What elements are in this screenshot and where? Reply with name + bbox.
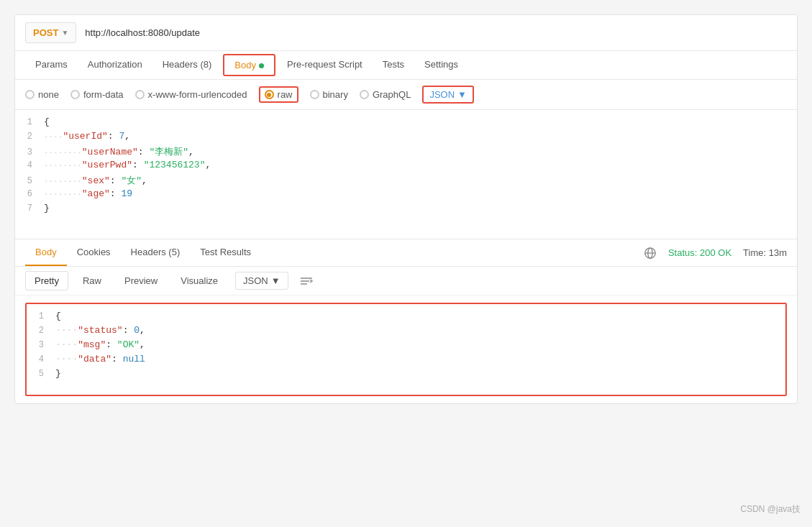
code-line-2: 2 ····"userId": 7,	[15, 130, 797, 145]
radio-circle-urlencoded	[135, 90, 145, 99]
code-line-7: 7 }	[15, 202, 797, 216]
format-tab-visualize[interactable]: Visualize	[172, 272, 227, 290]
resp-code-line-5: 5 }	[27, 367, 785, 382]
radio-circle-raw	[265, 90, 274, 99]
resp-code-line-2: 2 ····"status": 0,	[27, 324, 785, 339]
tab-tests[interactable]: Tests	[373, 52, 414, 78]
tab-settings[interactable]: Settings	[414, 52, 468, 78]
url-input[interactable]	[82, 23, 787, 42]
request-code-area[interactable]: 1 { 2 ····"userId": 7, 3 ········"userNa…	[15, 110, 797, 239]
globe-icon	[644, 247, 657, 260]
response-format-json-dropdown[interactable]: JSON ▼	[235, 272, 288, 290]
tab-authorization[interactable]: Authorization	[78, 52, 152, 78]
resp-code-line-1: 1 {	[27, 310, 785, 324]
code-line-6: 6 ········"age": 19	[15, 188, 797, 202]
tab-pre-request[interactable]: Pre-request Script	[277, 52, 373, 78]
response-tab-body[interactable]: Body	[25, 239, 67, 266]
request-tabs-row: Params Authorization Headers (8) Body Pr…	[15, 51, 797, 80]
method-selector[interactable]: POST ▼	[25, 22, 76, 43]
response-tabs-row: Body Cookies Headers (5) Test Results St…	[15, 239, 797, 267]
response-code-area: 1 { 2 ····"status": 0, 3 ····"msg": "OK"…	[25, 303, 787, 396]
format-tab-raw[interactable]: Raw	[74, 272, 110, 290]
radio-graphql[interactable]: GraphQL	[360, 89, 411, 100]
resp-code-line-3: 3 ····"msg": "OK",	[27, 339, 785, 353]
tab-params[interactable]: Params	[25, 52, 78, 78]
status-label: Status: 200 OK	[668, 247, 731, 258]
radio-urlencoded[interactable]: x-www-form-urlencoded	[135, 89, 247, 100]
code-line-3: 3 ········"userName": "李梅新",	[15, 145, 797, 159]
method-label: POST	[33, 27, 58, 38]
response-json-chevron-icon: ▼	[271, 275, 280, 286]
response-tab-headers[interactable]: Headers (5)	[121, 239, 191, 266]
radio-form-data[interactable]: form-data	[70, 89, 124, 100]
main-container: POST ▼ Params Authorization Headers (8) …	[14, 14, 798, 404]
code-line-4: 4 ········"userPwd": "123456123",	[15, 159, 797, 173]
method-chevron-icon: ▼	[61, 29, 68, 37]
tab-body[interactable]: Body	[223, 54, 275, 76]
code-line-1: 1 {	[15, 116, 797, 130]
radio-binary[interactable]: binary	[310, 89, 348, 100]
url-bar: POST ▼	[15, 15, 797, 51]
response-format-row: Pretty Raw Preview Visualize JSON ▼	[15, 267, 797, 295]
json-chevron-icon: ▼	[457, 89, 467, 100]
code-line-5: 5 ········"sex": "女",	[15, 173, 797, 188]
radio-circle-form-data	[70, 90, 80, 99]
radio-circle-binary	[310, 90, 319, 99]
response-section: Body Cookies Headers (5) Test Results St…	[15, 239, 797, 396]
radio-circle-none	[25, 90, 35, 99]
radio-circle-graphql	[360, 90, 369, 99]
format-tab-pretty[interactable]: Pretty	[25, 271, 68, 290]
radio-none[interactable]: none	[25, 89, 59, 100]
response-tab-cookies[interactable]: Cookies	[67, 239, 121, 266]
response-tab-test-results[interactable]: Test Results	[190, 239, 261, 266]
wrap-icon[interactable]	[294, 273, 319, 289]
format-json-dropdown[interactable]: JSON ▼	[422, 86, 474, 104]
resp-code-line-4: 4 ····"data": null	[27, 353, 785, 367]
tab-headers[interactable]: Headers (8)	[152, 52, 222, 78]
radio-raw[interactable]: raw	[259, 86, 298, 103]
time-label: Time: 13m	[743, 247, 787, 258]
body-type-row: none form-data x-www-form-urlencoded raw…	[15, 80, 797, 110]
response-status-area: Status: 200 OK Time: 13m	[644, 247, 787, 260]
body-dot-indicator	[259, 63, 264, 68]
format-tab-preview[interactable]: Preview	[116, 272, 166, 290]
